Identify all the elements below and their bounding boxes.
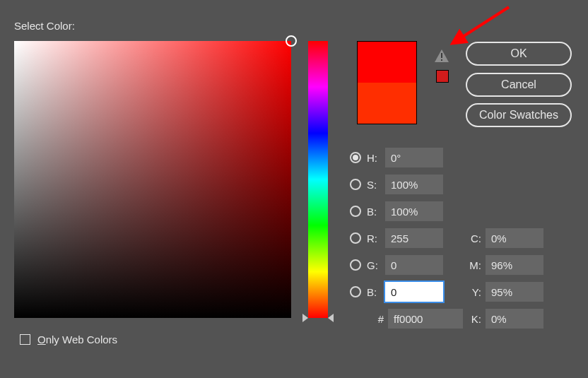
color-swatches-button[interactable]: Color Swatches bbox=[466, 103, 572, 127]
svg-rect-1 bbox=[441, 53, 442, 58]
k-input[interactable] bbox=[486, 309, 543, 329]
green-label: G: bbox=[367, 259, 385, 271]
svg-rect-2 bbox=[441, 59, 442, 61]
only-web-label: Only Web Colors bbox=[37, 333, 117, 345]
k-label: K: bbox=[463, 313, 481, 325]
gamut-correct-swatch[interactable] bbox=[436, 70, 449, 83]
brightness-input[interactable] bbox=[385, 201, 443, 221]
brightness-label: B: bbox=[367, 206, 385, 218]
cancel-button[interactable]: Cancel bbox=[466, 73, 572, 97]
blue-radio[interactable] bbox=[350, 286, 361, 297]
hex-input[interactable] bbox=[388, 309, 463, 329]
preview-old-color[interactable] bbox=[358, 83, 416, 124]
preview-new-color bbox=[358, 42, 416, 83]
y-label: Y: bbox=[463, 286, 481, 298]
green-radio[interactable] bbox=[350, 259, 361, 271]
saturation-radio[interactable] bbox=[350, 179, 361, 190]
dialog-title: Select Color: bbox=[14, 20, 75, 32]
saturation-input[interactable] bbox=[385, 175, 443, 194]
hue-label: H: bbox=[367, 152, 385, 164]
y-input[interactable] bbox=[486, 282, 543, 302]
hue-slider-arrow-icon bbox=[328, 314, 334, 322]
red-label: R: bbox=[367, 232, 385, 244]
m-input[interactable] bbox=[486, 255, 543, 275]
only-web-colors-checkbox[interactable]: Only Web Colors bbox=[20, 333, 117, 345]
hue-input[interactable] bbox=[385, 148, 443, 167]
checkbox-icon bbox=[20, 334, 30, 345]
color-preview bbox=[357, 41, 417, 124]
hsb-rgb-fields: H: S: B: R: G: B: # bbox=[350, 144, 463, 332]
annotation-arrow-icon bbox=[449, 4, 512, 46]
blue-input[interactable] bbox=[385, 282, 443, 302]
hex-label: # bbox=[367, 313, 384, 325]
hue-slider-arrow-icon bbox=[302, 314, 308, 322]
svg-line-3 bbox=[459, 7, 509, 39]
red-radio[interactable] bbox=[350, 232, 361, 244]
brightness-radio[interactable] bbox=[350, 206, 361, 217]
c-input[interactable] bbox=[486, 228, 543, 248]
sv-picker-marker[interactable] bbox=[286, 35, 297, 47]
ok-button[interactable]: OK bbox=[466, 42, 572, 66]
hue-slider[interactable] bbox=[308, 41, 328, 318]
saturation-brightness-field[interactable] bbox=[14, 41, 291, 318]
saturation-label: S: bbox=[367, 179, 385, 191]
red-input[interactable] bbox=[385, 228, 443, 248]
blue-label: B: bbox=[367, 286, 385, 298]
m-label: M: bbox=[463, 259, 481, 271]
green-input[interactable] bbox=[385, 255, 443, 275]
cmyk-fields: C: M: Y: K: bbox=[463, 225, 543, 332]
c-label: C: bbox=[463, 232, 481, 244]
hue-radio[interactable] bbox=[350, 152, 361, 163]
gamut-warning-icon[interactable] bbox=[435, 49, 449, 62]
